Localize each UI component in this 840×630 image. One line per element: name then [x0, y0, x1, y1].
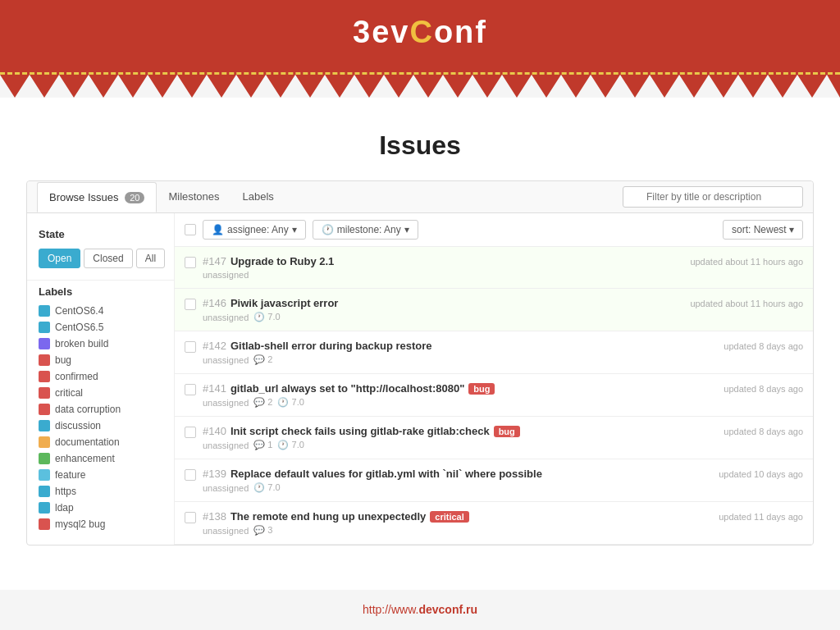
sidebar-label-item[interactable]: discussion: [27, 418, 174, 434]
header-dashes: [0, 66, 840, 75]
label-color-swatch: [39, 387, 50, 399]
issue-content: #138The remote end hung up unexpectedlyc…: [203, 510, 712, 536]
svg-text:3evConf: 3evConf: [353, 15, 487, 49]
label-color-swatch: [39, 371, 50, 382]
issue-number: #146: [203, 297, 226, 309]
issue-checkbox[interactable]: [185, 512, 196, 523]
sidebar-label-name: discussion: [55, 420, 101, 431]
issue-meta: unassigned💬 3: [203, 525, 712, 536]
issue-title[interactable]: gitlab_url always set to "http://localho…: [231, 382, 464, 395]
site-header: 3evConf: [0, 0, 840, 66]
milestone-filter-button[interactable]: 🕐 milestone: Any ▾: [313, 220, 418, 240]
issue-number: #142: [203, 340, 226, 352]
footer-link[interactable]: http://www.devconf.ru: [363, 603, 477, 616]
sidebar-label-item[interactable]: confirmed: [27, 368, 174, 385]
sidebar-label-name: data corruption: [55, 404, 121, 415]
issue-title-line: #138The remote end hung up unexpectedlyc…: [203, 510, 712, 523]
issue-meta: unassigned💬 1🕐 7.0: [203, 440, 717, 450]
sidebar-label-item[interactable]: broken build: [27, 336, 174, 352]
comment-icon: 💬 3: [253, 525, 272, 536]
issue-assignee: unassigned: [203, 313, 249, 322]
sidebar-label-name: CentOS6.5: [55, 322, 103, 333]
issue-assignee: unassigned: [203, 441, 249, 450]
state-closed-button[interactable]: Closed: [84, 249, 132, 268]
label-color-swatch: [39, 469, 50, 481]
assignee-filter-button[interactable]: 👤 assignee: Any ▾: [203, 220, 306, 240]
sort-button[interactable]: sort: Newest ▾: [723, 220, 803, 240]
filter-wrap: 🔍: [623, 186, 803, 208]
issue-checkbox[interactable]: [185, 469, 196, 481]
sidebar-label-item[interactable]: https: [27, 483, 174, 500]
sidebar-label-item[interactable]: critical: [27, 385, 174, 401]
sidebar-label-item[interactable]: CentOS6.4: [27, 303, 174, 319]
issue-label-tag[interactable]: bug: [468, 383, 495, 395]
issue-title[interactable]: Upgrade to Ruby 2.1: [231, 255, 334, 267]
sidebar-label-name: enhancement: [55, 453, 115, 464]
issue-checkbox[interactable]: [185, 257, 196, 268]
issue-assignee: unassigned: [203, 483, 249, 493]
sidebar-label-item[interactable]: ldap: [27, 500, 174, 516]
chevron-down-icon-2: ▾: [404, 224, 409, 235]
sidebar-label-name: CentOS6.4: [55, 305, 103, 317]
content-area: State Open Closed All Labels CentOS6.4Ce…: [27, 213, 813, 545]
milestone-icon: 🕐 7.0: [253, 482, 280, 493]
label-color-swatch: [39, 404, 50, 415]
issue-meta: unassigned: [203, 270, 683, 280]
issue-label-tag[interactable]: bug: [494, 426, 520, 437]
tab-labels[interactable]: Labels: [231, 182, 285, 212]
comment-icon: 💬 2: [253, 354, 272, 365]
sidebar-label-item[interactable]: data corruption: [27, 401, 174, 418]
issue-assignee: unassigned: [203, 355, 249, 365]
issue-label-tag[interactable]: critical: [430, 511, 468, 523]
issue-number: #139: [203, 468, 226, 480]
issue-title-line: #140Init script check fails using gitlab…: [203, 425, 717, 437]
issue-meta: unassigned🕐 7.0: [203, 482, 712, 493]
issue-title-line: #139Replace default values for gitlab.ym…: [203, 468, 712, 480]
person-icon: 👤: [212, 224, 224, 235]
issue-checkbox[interactable]: [185, 427, 196, 438]
issue-content: #139Replace default values for gitlab.ym…: [203, 468, 712, 493]
state-open-button[interactable]: Open: [39, 249, 80, 268]
sidebar-label-item[interactable]: bug: [27, 352, 174, 368]
label-color-swatch: [39, 453, 50, 464]
footer-url-domain: devconf.ru: [418, 603, 477, 616]
sidebar-label-item[interactable]: documentation: [27, 434, 174, 450]
filter-input[interactable]: [623, 186, 803, 208]
issue-content: #142Gitlab-shell error during backup res…: [203, 340, 717, 365]
tab-browse-issues[interactable]: Browse Issues 20: [37, 182, 157, 212]
issue-title[interactable]: Init script check fails using gitlab-rak…: [231, 425, 490, 437]
label-color-swatch: [39, 502, 50, 514]
sidebar-label-name: critical: [55, 387, 83, 399]
clock-icon: 🕐: [322, 224, 334, 235]
label-color-swatch: [39, 486, 50, 497]
issue-checkbox[interactable]: [185, 341, 196, 353]
site-logo: 3evConf: [0, 11, 840, 58]
sidebar-label-item[interactable]: CentOS6.5: [27, 319, 174, 336]
issue-updated: updated 8 days ago: [724, 340, 803, 351]
issue-title-line: #142Gitlab-shell error during backup res…: [203, 340, 717, 352]
issue-title[interactable]: Replace default values for gitlab.yml wi…: [231, 468, 542, 480]
sidebar-label-item[interactable]: enhancement: [27, 450, 174, 467]
state-all-button[interactable]: All: [136, 249, 165, 268]
issue-assignee: unassigned: [203, 398, 249, 408]
sidebar-label-name: https: [55, 486, 76, 497]
issue-updated: updated about 11 hours ago: [690, 255, 803, 267]
issue-updated: updated 10 days ago: [719, 468, 803, 479]
sidebar-label-item[interactable]: mysql2 bug: [27, 516, 174, 532]
label-color-swatch: [39, 354, 50, 366]
sidebar-label-item[interactable]: feature: [27, 467, 174, 483]
issue-number: #138: [203, 510, 226, 523]
issue-updated: updated 8 days ago: [724, 382, 803, 394]
issue-title[interactable]: The remote end hung up unexpectedly: [231, 510, 426, 523]
issues-count-badge: 20: [125, 192, 144, 203]
issue-title[interactable]: Piwik javascript error: [231, 297, 339, 309]
issue-checkbox[interactable]: [185, 384, 196, 395]
select-all-checkbox[interactable]: [185, 224, 196, 235]
table-row: #142Gitlab-shell error during backup res…: [175, 331, 813, 374]
sidebar-labels: CentOS6.4CentOS6.5broken buildbugconfirm…: [27, 303, 174, 532]
issue-checkbox[interactable]: [185, 299, 196, 310]
tab-milestones[interactable]: Milestones: [157, 182, 231, 212]
issue-updated: updated about 11 hours ago: [690, 297, 803, 308]
issue-title[interactable]: Gitlab-shell error during backup restore: [231, 340, 432, 352]
chevron-down-icon: ▾: [292, 224, 297, 235]
